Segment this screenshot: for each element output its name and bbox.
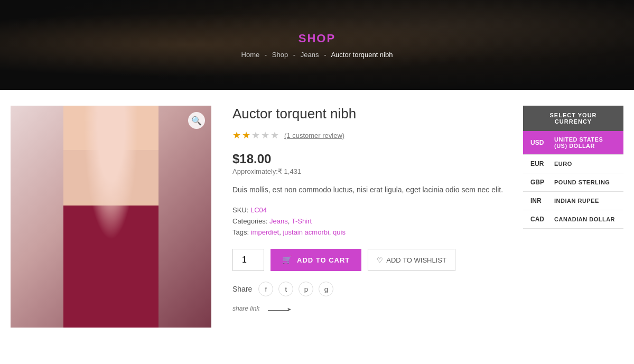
review-count[interactable]: (1 customer review) <box>284 132 344 139</box>
currency-header: SELECT YOUR CURRENCY <box>523 106 623 131</box>
breadcrumb-sep2: - <box>293 51 295 59</box>
sku-value[interactable]: LC04 <box>250 206 267 214</box>
category-link-jeans[interactable]: Jeans <box>269 217 288 225</box>
share-label: Share <box>232 285 252 293</box>
product-sku: SKU: LC04 <box>232 206 507 214</box>
facebook-share-icon[interactable]: f <box>258 282 273 296</box>
currency-usd[interactable]: USD UNITED STATES (US) DOLLAR <box>523 131 623 155</box>
product-price: $18.00 <box>232 152 507 166</box>
currency-code-gbp: GBP <box>530 179 549 186</box>
tag-quis[interactable]: quis <box>333 228 346 236</box>
rating-row: ★ ★ ★ ★ ★ (1 customer review) <box>232 129 507 141</box>
zoom-icon[interactable]: 🔍 <box>188 112 205 129</box>
star-2: ★ <box>242 129 250 141</box>
star-4: ★ <box>261 129 269 141</box>
currency-sidebar: SELECT YOUR CURRENCY USD UNITED STATES (… <box>523 106 623 229</box>
currency-code-cad: CAD <box>530 216 549 223</box>
currency-name-gbp: POUND STERLING <box>554 179 610 185</box>
heart-icon: ♡ <box>377 256 383 264</box>
wishlist-label: ADD TO WISHLIST <box>386 256 446 264</box>
add-to-wishlist-button[interactable]: ♡ ADD TO WISHLIST <box>368 249 455 271</box>
currency-name-usd: UNITED STATES (US) DOLLAR <box>554 136 616 149</box>
main-container: 🔍 Auctor torquent nibh ★ ★ ★ ★ ★ (1 cust… <box>0 90 634 343</box>
currency-name-inr: INDIAN RUPEE <box>554 198 599 204</box>
share-link-arrow: ➤ <box>268 310 289 311</box>
tags-label: Tags: <box>232 228 249 236</box>
breadcrumb-home[interactable]: Home <box>241 51 260 59</box>
approx-price: Approximately:₹ 1,431 <box>232 167 507 175</box>
hero-title: SHOP <box>241 32 393 45</box>
currency-code-inr: INR <box>530 197 549 204</box>
hero-banner: SHOP Home - Shop - Jeans - Auctor torque… <box>0 0 634 90</box>
categories-label: Categories: <box>232 217 267 225</box>
currency-inr[interactable]: INR INDIAN RUPEE <box>523 192 623 210</box>
currency-cad[interactable]: CAD CANADIAN DOLLAR <box>523 210 623 229</box>
breadcrumb-shop[interactable]: Shop <box>272 51 288 59</box>
tag-imperdiet[interactable]: imperdiet <box>251 228 279 236</box>
share-link-text: share link <box>232 305 259 312</box>
breadcrumb-sep1: - <box>265 51 267 59</box>
cart-icon: 🛒 <box>282 255 293 265</box>
star-5: ★ <box>271 129 279 141</box>
currency-gbp[interactable]: GBP POUND STERLING <box>523 173 623 192</box>
hero-content: SHOP Home - Shop - Jeans - Auctor torque… <box>241 32 393 59</box>
product-image-container: 🔍 <box>11 106 211 328</box>
pinterest-share-icon[interactable]: p <box>299 282 313 296</box>
product-image <box>11 106 211 328</box>
sku-label: SKU: <box>232 206 248 214</box>
product-description: Duis mollis, est non commodo luctus, nis… <box>232 184 507 195</box>
currency-eur[interactable]: EUR EURO <box>523 155 623 173</box>
arrow-icon: ➤ <box>287 306 291 312</box>
add-to-cart-row: 🛒 ADD TO CART ♡ ADD TO WISHLIST <box>232 249 507 271</box>
breadcrumb: Home - Shop - Jeans - Auctor torquent ni… <box>241 51 393 59</box>
product-title: Auctor torquent nibh <box>232 106 507 122</box>
add-to-cart-label: ADD TO CART <box>297 256 350 264</box>
tag-justain[interactable]: justain acmorbi <box>283 228 329 236</box>
breadcrumb-category[interactable]: Jeans <box>301 51 319 59</box>
product-categories: Categories: Jeans, T-Shirt <box>232 217 507 225</box>
product-info: Auctor torquent nibh ★ ★ ★ ★ ★ (1 custom… <box>232 106 507 328</box>
share-link-row: share link ➤ <box>232 305 507 312</box>
share-row: Share f t p g <box>232 282 507 296</box>
price-section: $18.00 Approximately:₹ 1,431 <box>232 152 507 175</box>
google-share-icon[interactable]: g <box>319 282 333 296</box>
share-icons: f t p g <box>258 282 333 296</box>
add-to-cart-button[interactable]: 🛒 ADD TO CART <box>271 249 361 271</box>
currency-code-usd: USD <box>530 139 549 146</box>
breadcrumb-current: Auctor torquent nibh <box>331 51 393 59</box>
product-section: 🔍 Auctor torquent nibh ★ ★ ★ ★ ★ (1 cust… <box>11 106 507 328</box>
twitter-share-icon[interactable]: t <box>278 282 293 296</box>
category-link-tshirt[interactable]: T-Shirt <box>292 217 312 225</box>
breadcrumb-sep3: - <box>324 51 326 59</box>
star-3: ★ <box>251 129 260 141</box>
currency-name-cad: CANADIAN DOLLAR <box>554 216 615 222</box>
quantity-input[interactable] <box>232 249 264 271</box>
star-1: ★ <box>232 129 241 141</box>
currency-name-eur: EURO <box>554 161 572 167</box>
currency-code-eur: EUR <box>530 160 549 167</box>
star-rating: ★ ★ ★ ★ ★ <box>232 129 279 141</box>
product-tags: Tags: imperdiet, justain acmorbi, quis <box>232 228 507 236</box>
